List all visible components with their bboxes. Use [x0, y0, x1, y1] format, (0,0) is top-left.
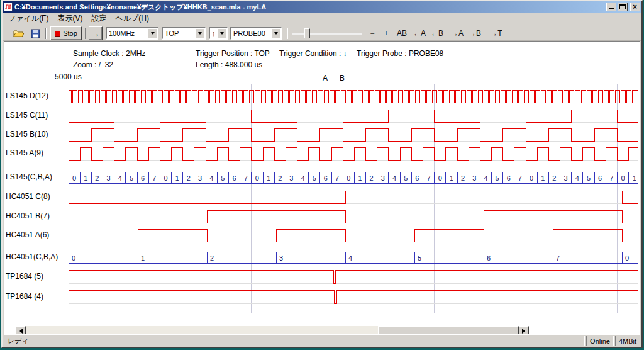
- maximize-button[interactable]: [618, 3, 628, 11]
- bus-cell-value: 4: [484, 174, 487, 182]
- signal-label: HC4051 B(7): [6, 212, 68, 220]
- menu-view[interactable]: 表示(V): [53, 13, 87, 25]
- signal-label: TP1684 (5): [6, 272, 68, 281]
- zoom-slider[interactable]: [292, 28, 362, 39]
- waveform-plot[interactable]: 0123456701234567012345670123456701234567…: [69, 83, 638, 315]
- trigger-edge-select[interactable]: ↑: [209, 27, 228, 40]
- toolbar-separator: [85, 28, 86, 39]
- bus-cell-value: 3: [564, 174, 568, 182]
- trigger-edge-value: ↑: [212, 29, 216, 38]
- waveform-square: [69, 191, 638, 203]
- close-button[interactable]: [630, 3, 640, 11]
- bus-cell-value: 3: [198, 174, 202, 182]
- bus-cell-value: 5: [418, 254, 421, 262]
- minimize-button[interactable]: [606, 3, 616, 11]
- chevron-down-icon[interactable]: [195, 28, 204, 38]
- waveform-clock-ticks: [69, 90, 638, 103]
- scroll-left-button[interactable]: [16, 326, 26, 335]
- bus-cell-value: 7: [152, 174, 156, 182]
- bus-cell-value: 7: [426, 174, 430, 182]
- bus-cell-value: 0: [164, 174, 167, 182]
- time-start-label: 5000 us: [55, 72, 82, 81]
- menu-help[interactable]: ヘルプ(H): [111, 13, 153, 25]
- bus-cell-value: 3: [279, 254, 283, 262]
- run-button[interactable]: →: [89, 26, 103, 40]
- marker-a-label: A: [323, 74, 328, 82]
- bus-cell-value: 7: [335, 174, 339, 182]
- sample-clock-select[interactable]: 100MHz: [106, 27, 158, 40]
- zoom-in-button[interactable]: +: [380, 26, 392, 40]
- bus-cell-value: 4: [575, 174, 579, 182]
- waveform-square: [69, 110, 638, 122]
- bus-cell-value: 7: [518, 174, 522, 182]
- bus-cell-value: 2: [95, 174, 99, 182]
- bus-cell-value: 0: [530, 174, 533, 182]
- bus-cell-value: 0: [72, 174, 76, 182]
- bus-cell-value: 5: [587, 174, 591, 182]
- signal-label: TP1684 (4): [6, 292, 68, 301]
- info-length: Length : 488.000 us: [196, 60, 262, 69]
- trigger-position-select[interactable]: TOP: [162, 27, 206, 40]
- waveform-pulse: [69, 271, 638, 283]
- bus-cell-value: 4: [392, 174, 396, 182]
- toolbar-separator: [287, 28, 288, 39]
- signal-label: LS145 A(9): [6, 149, 68, 157]
- waveform-square: [69, 128, 638, 141]
- run-arrow-icon: →: [92, 29, 100, 38]
- bus-cell-value: 2: [187, 174, 191, 182]
- status-message-panel: レディ: [4, 336, 585, 346]
- titlebar[interactable]: C:¥Documents and Settings¥noname¥デスクトップ¥…: [3, 1, 641, 13]
- bus-cell-value: 4: [301, 174, 305, 182]
- bus-cell-value: 4: [348, 254, 352, 262]
- bus-cell-value: 5: [313, 174, 316, 182]
- scrollbar-thumb[interactable]: [378, 326, 519, 335]
- stop-button-label: Stop: [63, 30, 77, 37]
- chevron-down-icon[interactable]: [148, 28, 157, 38]
- menu-settings[interactable]: 設定: [87, 13, 111, 25]
- open-folder-icon: [13, 29, 25, 38]
- open-file-button[interactable]: [11, 26, 26, 40]
- window-title: C:¥Documents and Settings¥noname¥デスクトップ¥…: [14, 3, 604, 12]
- info-trigger-condition: Trigger Condition : ↓: [279, 49, 347, 58]
- zoom-out-button[interactable]: −: [366, 26, 379, 40]
- status-online-panel: Online: [586, 336, 614, 346]
- waveform-client-area: Sample Clock : 2MHz Trigger Position : T…: [4, 41, 640, 335]
- bus-cell-value: 6: [232, 174, 236, 182]
- bus-cell-value: 7: [556, 254, 560, 262]
- bus-cell-value: 2: [278, 174, 282, 182]
- bus-cell-value: 5: [404, 174, 408, 182]
- bus-cell-value: 0: [255, 174, 259, 182]
- signal-label: HC4051 C(8): [6, 192, 68, 201]
- horizontal-scrollbar[interactable]: [16, 326, 529, 335]
- menubar: ファイル(F) 表示(V) 設定 ヘルプ(H): [3, 13, 641, 25]
- jump-right-b-button[interactable]: →B: [467, 26, 483, 40]
- bus-cell-value: 6: [487, 254, 491, 262]
- app-icon: [4, 3, 13, 11]
- bus-cell-value: 7: [609, 174, 613, 182]
- stop-icon: [55, 31, 60, 37]
- scroll-right-button[interactable]: [519, 326, 529, 335]
- info-trigger-position: Trigger Position : TOP: [196, 49, 270, 58]
- waveform-square: [69, 210, 638, 223]
- trigger-probe-value: PROBE00: [233, 29, 265, 38]
- chevron-down-icon[interactable]: [217, 28, 226, 38]
- sample-clock-value: 100MHz: [109, 29, 135, 38]
- signal-label: HC4051 A(6): [6, 230, 68, 239]
- trigger-probe-select[interactable]: PROBE00: [230, 27, 282, 40]
- jump-left-b-button[interactable]: ←B: [429, 26, 445, 40]
- chevron-down-icon[interactable]: [271, 28, 280, 38]
- jump-right-a-button[interactable]: →A: [449, 26, 465, 40]
- bus-cell-value: 1: [541, 174, 545, 182]
- zoom-slider-thumb[interactable]: [304, 28, 310, 38]
- status-memory-panel: 4MBit: [615, 336, 640, 346]
- stop-button[interactable]: Stop: [50, 26, 82, 40]
- floppy-disk-icon: [31, 29, 40, 38]
- bus-cell-value: 0: [438, 174, 442, 182]
- signal-label: LS145 B(10): [6, 130, 68, 138]
- ab-cursors-button[interactable]: AB: [394, 26, 410, 40]
- jump-trigger-button[interactable]: →T: [488, 26, 504, 40]
- toolbar-separator: [45, 28, 47, 39]
- save-file-button[interactable]: [28, 26, 43, 40]
- jump-left-a-button[interactable]: ←A: [411, 26, 428, 40]
- menu-file[interactable]: ファイル(F): [4, 13, 53, 25]
